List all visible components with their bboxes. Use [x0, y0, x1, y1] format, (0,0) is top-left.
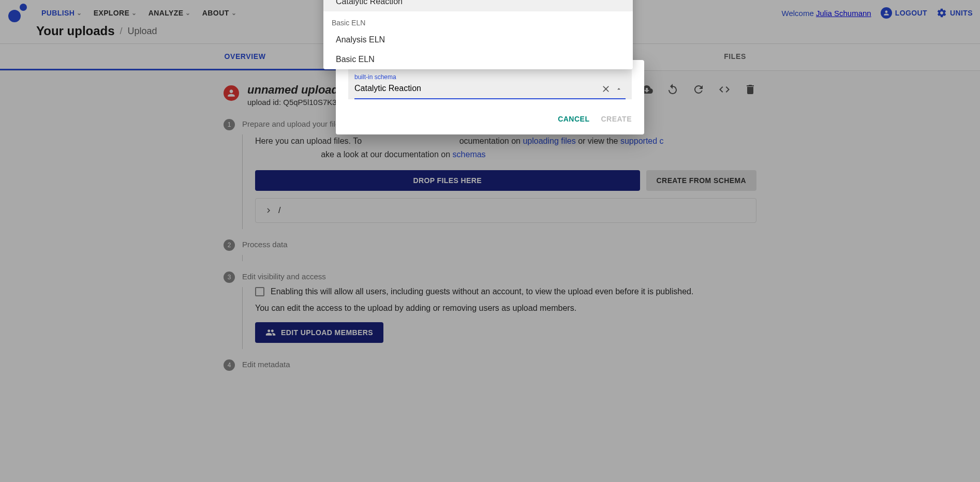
dropdown-item[interactable]: Catalytic Reaction [323, 0, 633, 11]
schema-input[interactable] [354, 81, 601, 97]
dialog-actions: CANCEL CREATE [336, 104, 644, 134]
schema-dialog: ToolsAI Toolkit NotebookCatalysisCatalys… [336, 60, 644, 134]
schema-dropdown: ToolsAI Toolkit NotebookCatalysisCatalys… [323, 0, 633, 69]
dropdown-group-label: Basic ELN [323, 11, 633, 30]
dialog-create-button[interactable]: CREATE [601, 115, 632, 123]
dropdown-item[interactable]: Basic ELN [323, 50, 633, 69]
dialog-cancel-button[interactable]: CANCEL [558, 115, 589, 123]
schema-input-wrap [354, 80, 626, 99]
caret-up-icon[interactable] [615, 85, 622, 93]
modal-overlay[interactable]: ToolsAI Toolkit NotebookCatalysisCatalys… [0, 0, 980, 387]
clear-icon[interactable] [601, 84, 611, 94]
dropdown-item[interactable]: Analysis ELN [323, 30, 633, 50]
